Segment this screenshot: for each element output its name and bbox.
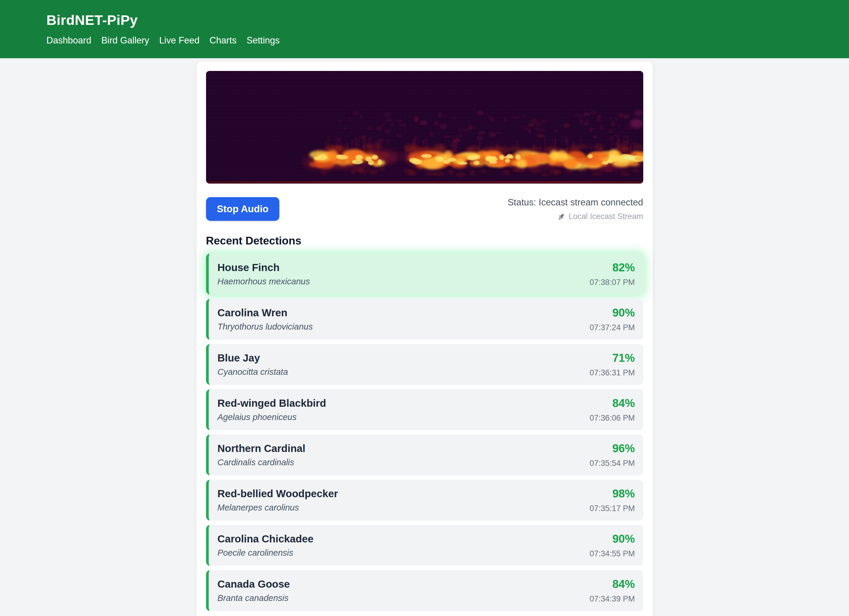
- detection-item[interactable]: Northern Cardinal Cardinalis cardinalis …: [206, 434, 643, 475]
- detection-meta: 71% 07:36:31 PM: [590, 352, 635, 378]
- stream-source-label: Local Icecast Stream: [569, 212, 643, 221]
- stream-source-row: Local Icecast Stream: [508, 212, 643, 221]
- bird-common-name: Carolina Wren: [217, 307, 313, 318]
- detection-time: 07:36:31 PM: [590, 368, 635, 378]
- nav-item-bird-gallery[interactable]: Bird Gallery: [101, 35, 149, 46]
- detection-names: Northern Cardinal Cardinalis cardinalis: [217, 442, 306, 467]
- detection-meta: 82% 07:38:07 PM: [590, 261, 635, 287]
- detection-names: Canada Goose Branta canadensis: [217, 578, 290, 603]
- detection-meta: 96% 07:35:54 PM: [590, 442, 635, 468]
- stream-status-text: Status: Icecast stream connected: [508, 197, 643, 208]
- bird-scientific-name: Branta canadensis: [217, 593, 290, 603]
- nav-item-dashboard[interactable]: Dashboard: [46, 35, 91, 46]
- detection-item[interactable]: House Finch Haemorhous mexicanus 82% 07:…: [206, 254, 643, 295]
- bird-common-name: House Finch: [217, 262, 310, 274]
- nav-item-settings[interactable]: Settings: [247, 35, 280, 46]
- bird-scientific-name: Melanerpes carolinus: [217, 503, 338, 513]
- detection-names: Carolina Chickadee Poecile carolinensis: [217, 533, 314, 558]
- dashboard-card: Stop Audio Status: Icecast stream connec…: [197, 61, 653, 616]
- confidence-percentage: 96%: [590, 442, 635, 455]
- bird-common-name: Red-winged Blackbird: [217, 397, 326, 409]
- bird-scientific-name: Thryothorus ludovicianus: [217, 322, 313, 332]
- detection-item[interactable]: Canada Goose Branta canadensis 84% 07:34…: [206, 570, 643, 611]
- bird-scientific-name: Agelaius phoeniceus: [217, 412, 326, 422]
- detection-time: 07:34:55 PM: [590, 549, 635, 558]
- detection-time: 07:35:17 PM: [590, 504, 635, 513]
- detection-item[interactable]: Blue Jay Cyanocitta cristata 71% 07:36:3…: [206, 344, 643, 385]
- app-title: BirdNET-PiPy: [46, 12, 831, 28]
- bird-common-name: Red-bellied Woodpecker: [217, 488, 338, 500]
- audio-controls-row: Stop Audio Status: Icecast stream connec…: [206, 197, 643, 221]
- bird-scientific-name: Haemorhous mexicanus: [217, 277, 310, 286]
- detection-meta: 84% 07:36:06 PM: [590, 397, 635, 423]
- detection-meta: 90% 07:37:24 PM: [590, 307, 635, 332]
- detection-item[interactable]: Red-winged Blackbird Agelaius phoeniceus…: [206, 389, 643, 430]
- detection-time: 07:35:54 PM: [590, 459, 635, 468]
- bird-common-name: Blue Jay: [217, 352, 288, 364]
- top-navbar: BirdNET-PiPy Dashboard Bird Gallery Live…: [0, 0, 849, 58]
- confidence-percentage: 90%: [590, 307, 635, 319]
- bird-scientific-name: Cardinalis cardinalis: [217, 458, 306, 467]
- bird-common-name: Canada Goose: [217, 578, 290, 590]
- detection-names: Carolina Wren Thryothorus ludovicianus: [217, 307, 313, 332]
- confidence-percentage: 84%: [590, 397, 635, 410]
- bird-scientific-name: Poecile carolinensis: [217, 548, 314, 558]
- detection-names: Red-winged Blackbird Agelaius phoeniceus: [217, 397, 326, 422]
- detection-item[interactable]: Carolina Wren Thryothorus ludovicianus 9…: [206, 299, 643, 340]
- detection-names: Red-bellied Woodpecker Melanerpes caroli…: [217, 488, 338, 513]
- stream-status: Status: Icecast stream connected Local I…: [508, 197, 643, 221]
- confidence-percentage: 71%: [590, 352, 635, 365]
- detection-item[interactable]: Red-bellied Woodpecker Melanerpes caroli…: [206, 480, 643, 521]
- detection-time: 07:37:24 PM: [590, 323, 635, 332]
- detection-item[interactable]: Carolina Chickadee Poecile carolinensis …: [206, 525, 643, 566]
- confidence-percentage: 82%: [590, 261, 635, 274]
- detection-names: Blue Jay Cyanocitta cristata: [217, 352, 288, 377]
- detection-meta: 90% 07:34:55 PM: [590, 533, 635, 558]
- recent-detections-heading: Recent Detections: [206, 235, 643, 247]
- detection-names: House Finch Haemorhous mexicanus: [217, 262, 310, 286]
- spectrogram-canvas: [206, 71, 643, 183]
- nav-item-charts[interactable]: Charts: [210, 35, 237, 46]
- bird-common-name: Carolina Chickadee: [217, 533, 314, 545]
- detection-time: 07:34:39 PM: [590, 594, 635, 604]
- nav-item-live-feed[interactable]: Live Feed: [159, 35, 200, 46]
- confidence-percentage: 84%: [590, 578, 635, 591]
- microphone-icon: [557, 213, 566, 221]
- confidence-percentage: 90%: [590, 533, 635, 545]
- detection-time: 07:36:06 PM: [590, 414, 635, 423]
- main-nav: Dashboard Bird Gallery Live Feed Charts …: [46, 35, 831, 46]
- detection-time: 07:38:07 PM: [590, 278, 635, 287]
- detection-meta: 98% 07:35:17 PM: [590, 487, 635, 513]
- bird-common-name: Northern Cardinal: [217, 442, 306, 454]
- spectrogram-panel: [206, 71, 643, 183]
- confidence-percentage: 98%: [590, 487, 635, 500]
- stop-audio-button[interactable]: Stop Audio: [206, 197, 280, 221]
- detection-meta: 84% 07:34:39 PM: [590, 578, 635, 604]
- detections-list: House Finch Haemorhous mexicanus 82% 07:…: [206, 254, 643, 611]
- bird-scientific-name: Cyanocitta cristata: [217, 367, 288, 377]
